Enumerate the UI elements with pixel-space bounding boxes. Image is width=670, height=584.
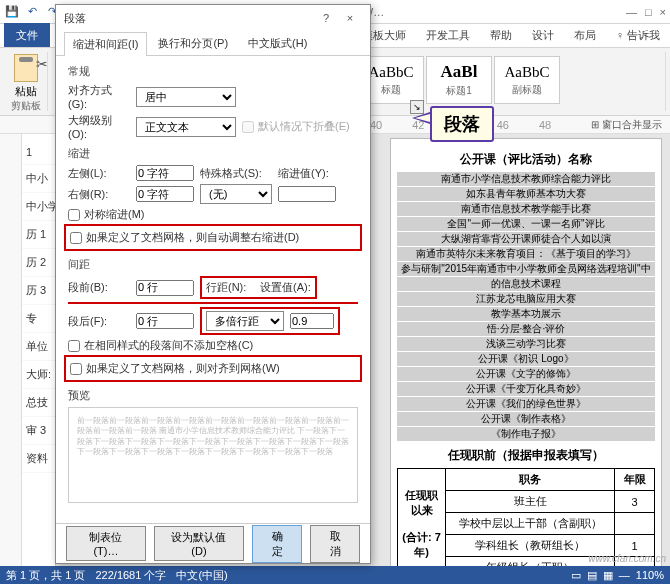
strip-cell: 大师: — [22, 361, 55, 389]
special-select[interactable]: (无) — [200, 184, 272, 204]
grid-indent-label: 如果定义了文档网格，则自动调整右缩进(D) — [86, 230, 299, 245]
paste-button[interactable]: 粘贴 — [14, 54, 38, 99]
selected-line: 全国"一师一优课、一课一名师"评比 — [397, 217, 655, 231]
special-label: 特殊格式(S): — [200, 166, 272, 181]
ribbon-tab[interactable]: 设计 — [522, 24, 564, 47]
tab-asian[interactable]: 中文版式(H) — [239, 31, 316, 55]
undo-icon[interactable]: ↶ — [24, 4, 40, 20]
cut-icon[interactable]: ✂ — [36, 56, 48, 72]
grid-align-checkbox[interactable] — [70, 363, 82, 375]
alignment-select[interactable]: 居中 — [136, 87, 236, 107]
table-cell: 3 — [615, 491, 655, 513]
dialog-body: 常规 对齐方式(G): 居中 大纲级别(O): 正文文本 默认情况下折叠(E) … — [56, 56, 370, 523]
same-style-checkbox[interactable] — [68, 340, 80, 352]
ribbon-tab[interactable]: 帮助 — [480, 24, 522, 47]
line-spacing-select[interactable]: 多倍行距 — [206, 311, 284, 331]
grid-indent-checkbox[interactable] — [70, 232, 82, 244]
row-header: 任现职以来(合计: 7年) — [398, 469, 446, 567]
left-indent-label: 左侧(L): — [68, 166, 130, 181]
view-print-icon[interactable]: ▤ — [587, 569, 597, 582]
maximize-button[interactable]: □ — [645, 6, 652, 18]
page-heading: 公开课（评比活动）名称 — [397, 151, 655, 168]
style-item[interactable]: AaBl标题1 — [426, 56, 492, 104]
minimize-button[interactable]: — — [626, 6, 637, 18]
selected-line: 南通市英特尔未来教育项目：《基于项目的学习》 — [397, 247, 655, 261]
style-item[interactable]: AaBbC副标题 — [494, 56, 560, 104]
set-default-button[interactable]: 设为默认值(D) — [154, 526, 244, 561]
section-preview: 预览 — [68, 388, 358, 403]
outline-select[interactable]: 正文文本 — [136, 117, 236, 137]
grid-align-label: 如果定义了文档网格，则对齐到网格(W) — [86, 361, 280, 376]
tell-me[interactable]: ♀ 告诉我 — [606, 24, 670, 47]
zoom-level[interactable]: 110% — [636, 569, 664, 581]
mirror-checkbox[interactable] — [68, 209, 80, 221]
selected-line: 公开课《文字的修饰》 — [397, 367, 655, 381]
dialog-footer: 制表位(T)… 设为默认值(D) 确定 取消 — [56, 523, 370, 563]
at-input[interactable] — [290, 313, 334, 329]
after-input[interactable] — [136, 313, 194, 329]
dialog-titlebar: 段落 ? × — [56, 5, 370, 31]
section-spacing: 间距 — [68, 257, 358, 272]
save-icon[interactable]: 💾 — [4, 4, 20, 20]
ribbon-tab[interactable]: 开发工具 — [416, 24, 480, 47]
table-cell: 学校中层以上干部（含副职） — [446, 513, 615, 535]
view-read-icon[interactable]: ▭ — [571, 569, 581, 582]
after-label: 段后(F): — [68, 314, 130, 329]
status-ime[interactable]: 中文(中国) — [176, 568, 227, 583]
group-label: 剪贴板 — [11, 99, 41, 113]
ok-button[interactable]: 确定 — [252, 525, 302, 563]
selected-line: 公开课《我们的绿色世界》 — [397, 397, 655, 411]
dialog-tabs: 缩进和间距(I) 换行和分页(P) 中文版式(H) — [56, 31, 370, 56]
paste-label: 粘贴 — [15, 84, 37, 99]
callout: 段落 — [430, 106, 494, 142]
before-label: 段前(B): — [68, 280, 130, 295]
view-web-icon[interactable]: ▦ — [603, 569, 613, 582]
selected-line: 教学基本功展示 — [397, 307, 655, 321]
close-button[interactable]: × — [660, 6, 666, 18]
selected-line: 如东县青年教师基本功大赛 — [397, 187, 655, 201]
table-cell — [615, 513, 655, 535]
selected-line: 大纵湖背靠背公开课师徒合个人如以演 — [397, 232, 655, 246]
line-spacing-label: 行距(N): — [206, 280, 254, 295]
strip-cell: 总技 — [22, 389, 55, 417]
strip-cell: 资料 — [22, 445, 55, 473]
tab-line-page[interactable]: 换行和分页(P) — [149, 31, 237, 55]
clipboard-group: 粘贴 ✂ 剪贴板 — [4, 52, 48, 111]
window-merge-label[interactable]: ⊞ 窗口合并显示 — [591, 118, 662, 132]
tab-indent-spacing[interactable]: 缩进和间距(I) — [64, 32, 147, 56]
highlight-box: 段前(B): 行距(N): 设置值(A): — [68, 276, 358, 304]
status-page[interactable]: 第 1 页，共 1 页 — [6, 568, 85, 583]
section-indent: 缩进 — [68, 146, 358, 161]
dialog-close-button[interactable]: × — [338, 12, 362, 24]
before-input[interactable] — [136, 280, 194, 296]
cancel-button[interactable]: 取消 — [310, 525, 360, 563]
file-tab[interactable]: 文件 — [4, 23, 50, 47]
left-indent-input[interactable] — [136, 165, 194, 181]
window-buttons: — □ × — [626, 6, 666, 18]
preview-pane: 前一段落前一段落前一段落前一段落前一段落前一段落前一段落前一段落前一段落前一段落… — [68, 407, 358, 503]
ribbon-tab[interactable]: 布局 — [564, 24, 606, 47]
quick-access-toolbar: 💾 ↶ ↷ — [4, 4, 60, 20]
status-words[interactable]: 222/1681 个字 — [95, 568, 166, 583]
dialog-title: 段落 — [64, 11, 314, 26]
sub-table: 任现职以来(合计: 7年) 职务年限 班主任3 学校中层以上干部（含副职） 学科… — [397, 468, 655, 566]
selected-line: 参与研制"2015年南通市中小学教师全员网络选程培训"中 — [397, 262, 655, 276]
selected-line: 南通市小学信息技术教师综合能力评比 — [397, 172, 655, 186]
by-input[interactable] — [278, 186, 336, 202]
right-indent-label: 右侧(R): — [68, 187, 130, 202]
col-header: 职务 — [446, 469, 615, 491]
help-button[interactable]: ? — [314, 12, 338, 24]
selected-line: 悟·分层·整合·评价 — [397, 322, 655, 336]
tabs-button[interactable]: 制表位(T)… — [66, 526, 146, 561]
strip-cell: 历 3 — [22, 277, 55, 305]
table-cell: 班主任 — [446, 491, 615, 513]
col-header: 年限 — [615, 469, 655, 491]
strip-cell: 1 — [22, 140, 55, 165]
document-page: 公开课（评比活动）名称 南通市小学信息技术教师综合能力评比如东县青年教师基本功大… — [390, 138, 662, 566]
at-label: 设置值(A): — [260, 280, 311, 295]
right-indent-input[interactable] — [136, 186, 194, 202]
collapse-label: 默认情况下折叠(E) — [258, 119, 350, 134]
highlight-box: 如果定义了文档网格，则自动调整右缩进(D) — [64, 224, 362, 251]
selected-line: 公开课《初识 Logo》 — [397, 352, 655, 366]
selected-line: 的信息技术课程 — [397, 277, 655, 291]
